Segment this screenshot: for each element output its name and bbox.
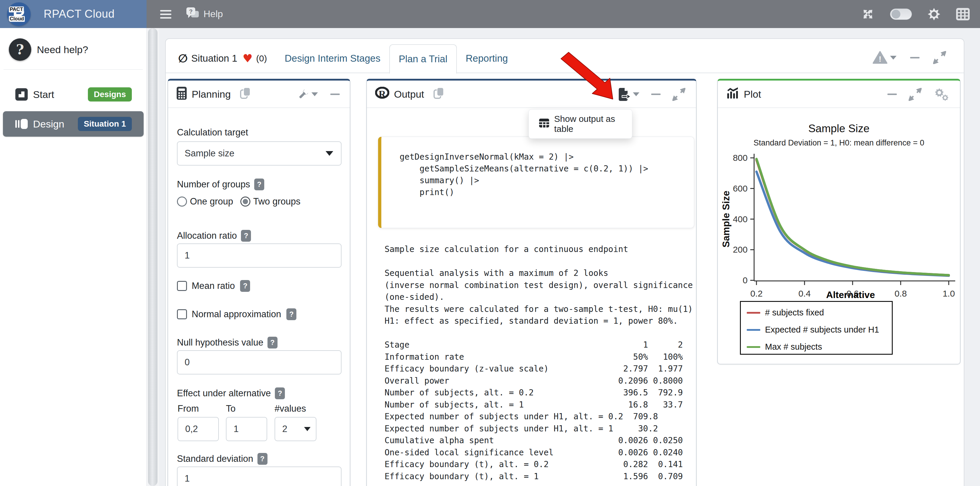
normal-approximation-checkbox[interactable] <box>177 309 187 319</box>
copy-icon[interactable] <box>239 86 251 102</box>
output-panel: R Output <box>366 79 697 486</box>
radio-two-groups[interactable] <box>240 196 250 207</box>
question-mark-avatar-icon: ? <box>9 38 31 61</box>
mean-ratio-row: Mean ratio ? <box>177 280 250 292</box>
chart-subtitle: Standard Deviation = 1, H0: mean differe… <box>718 139 960 148</box>
radio-two-groups-label[interactable]: Two groups <box>253 196 301 207</box>
help-badge-icon[interactable]: ? <box>258 453 267 465</box>
help-button[interactable]: ? Help <box>185 0 223 28</box>
radio-one-group-label[interactable]: One group <box>190 196 233 207</box>
calculation-target-label: Calculation target <box>177 127 248 138</box>
help-badge-icon[interactable]: ? <box>254 178 264 190</box>
collapse-panel-button[interactable] <box>888 94 897 95</box>
rpact-logo-text-2: Cloud <box>9 16 25 22</box>
export-output-button[interactable] <box>617 88 640 101</box>
effect-values-value: 2 <box>282 424 287 434</box>
normal-approximation-row: Normal approximation ? <box>177 308 296 320</box>
brand-area: R PACT Cloud RPACT Cloud <box>0 0 146 28</box>
svg-text:0: 0 <box>743 275 748 285</box>
r-code-block[interactable]: getDesignInverseNormal(kMax = 2) |> getS… <box>378 137 694 228</box>
r-code-text: getDesignInverseNormal(kMax = 2) |> getS… <box>399 151 648 198</box>
svg-text:0.4: 0.4 <box>798 288 811 298</box>
tab-design-interim-stages[interactable]: Design Interim Stages <box>276 44 389 73</box>
plot-settings-gears-icon[interactable] <box>934 88 949 102</box>
empty-set-icon: ∅ <box>178 52 188 65</box>
tab-situation-1[interactable]: ∅ Situation 1 ♥ (0) <box>169 44 276 73</box>
tab-reporting[interactable]: Reporting <box>457 44 517 73</box>
radio-one-group[interactable] <box>177 196 187 207</box>
svg-text:0.8: 0.8 <box>894 288 907 298</box>
help-badge-icon[interactable]: ? <box>275 387 285 399</box>
expand-all-button[interactable] <box>933 51 946 64</box>
help-badge-icon[interactable]: ? <box>286 308 296 320</box>
svg-text:R: R <box>379 89 386 99</box>
sidebar-toggle-button[interactable] <box>160 7 174 21</box>
values-label: #values <box>275 403 306 414</box>
calculator-icon <box>177 86 187 102</box>
null-hypothesis-value-input[interactable] <box>177 350 342 374</box>
rpact-logo[interactable]: R PACT Cloud <box>7 2 31 26</box>
chart-legend: # subjects fixed Expected # subjects und… <box>740 301 893 355</box>
apps-grid-icon[interactable] <box>956 7 970 21</box>
sidebar-item-design-active[interactable]: Design Situation 1 <box>3 111 144 137</box>
legend-item: Expected # subjects under H1 <box>747 325 879 335</box>
theme-toggle[interactable] <box>890 8 912 20</box>
app-title: RPACT Cloud <box>44 0 115 28</box>
help-badge-icon[interactable]: ? <box>240 280 250 292</box>
number-of-groups-label: Number of groups? <box>177 178 264 190</box>
copy-icon[interactable] <box>433 86 445 102</box>
r-logo-icon: R <box>375 87 389 102</box>
calculation-target-select[interactable]: Sample size <box>177 141 342 166</box>
help-badge-icon[interactable]: ? <box>241 230 251 242</box>
svg-text:?: ? <box>189 8 192 15</box>
from-label: From <box>178 403 199 414</box>
planning-panel-title: Planning <box>192 89 231 100</box>
show-output-as-table-menu-item[interactable]: Show output as table <box>528 109 632 139</box>
warnings-dropdown-button[interactable]: ! <box>872 51 897 64</box>
mean-ratio-label[interactable]: Mean ratio <box>192 280 235 291</box>
fullscreen-arrows-icon[interactable] <box>861 7 875 21</box>
tab-plan-a-trial[interactable]: Plan a Trial <box>389 44 457 74</box>
plot-panel-title: Plot <box>744 89 761 100</box>
number-of-groups-radio-group: One group Two groups <box>177 196 301 207</box>
sidebar-item-label: Start <box>33 89 54 100</box>
help-badge-icon[interactable]: ? <box>267 337 277 349</box>
toggle-knob <box>891 10 900 19</box>
chevron-down-icon <box>304 427 310 431</box>
svg-text:400: 400 <box>733 214 748 224</box>
tab-row: ∅ Situation 1 ♥ (0) Design Interim Stage… <box>169 41 840 73</box>
effect-values-select[interactable]: 2 <box>275 417 317 441</box>
allocation-ratio-label: Allocation ratio? <box>177 230 251 242</box>
standard-deviation-input[interactable] <box>177 467 342 486</box>
menu-item-label: Show output as table <box>554 114 632 134</box>
light-mode-sun-icon[interactable] <box>927 7 941 21</box>
scrollbar-thumb[interactable] <box>148 28 158 486</box>
expand-panel-button[interactable] <box>908 88 922 101</box>
collapse-panel-button[interactable] <box>330 94 340 95</box>
collapse-all-button[interactable] <box>910 57 920 59</box>
sidebar-item-start[interactable]: Start Designs <box>3 82 144 107</box>
mean-ratio-checkbox[interactable] <box>177 281 187 291</box>
sidebar-scrollbar[interactable] <box>146 28 159 486</box>
start-icon <box>15 88 28 101</box>
collapse-panel-button[interactable] <box>651 94 660 95</box>
allocation-ratio-input[interactable] <box>177 244 342 268</box>
svg-text:!: ! <box>879 54 881 64</box>
plot-panel: Plot Sample Size Standard Deviation = 1,… <box>717 79 961 365</box>
need-help-link[interactable]: ? Need help? <box>0 36 146 63</box>
heart-icon[interactable]: ♥ <box>243 52 253 65</box>
tools-dropdown-button[interactable] <box>297 89 318 100</box>
svg-text:200: 200 <box>733 245 748 254</box>
chart-icon <box>726 87 739 102</box>
normal-approximation-label[interactable]: Normal approximation <box>192 309 281 320</box>
effect-from-input[interactable] <box>178 417 219 441</box>
calculation-target-value: Sample size <box>185 148 234 159</box>
chevron-down-icon <box>633 92 640 96</box>
effect-to-input[interactable] <box>226 417 267 441</box>
chevron-down-icon <box>890 56 897 60</box>
output-panel-title: Output <box>394 89 424 100</box>
to-label: To <box>226 403 235 414</box>
help-label: Help <box>204 8 223 19</box>
planning-panel: Planning <box>167 79 350 486</box>
expand-panel-button[interactable] <box>672 88 686 101</box>
